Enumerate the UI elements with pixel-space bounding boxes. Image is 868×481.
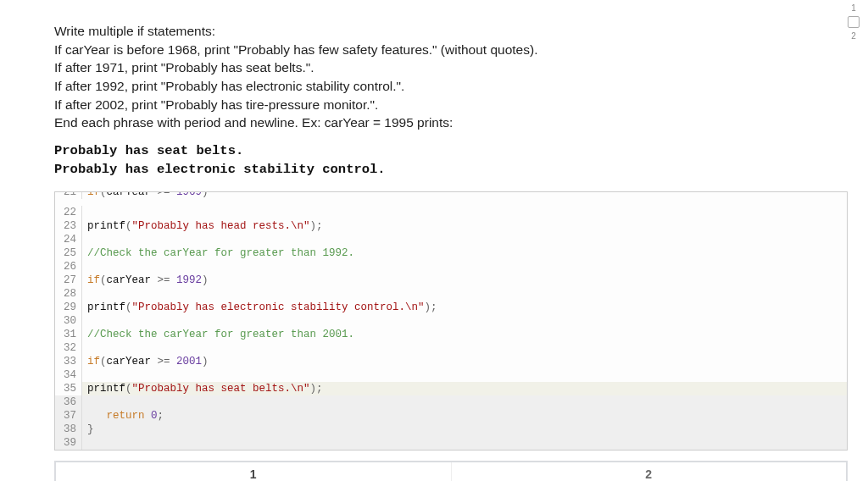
rail-index-2: 2 [846, 31, 861, 41]
line-content[interactable]: printf("Probably has electronic stabilit… [82, 301, 437, 314]
line-number: 37 [55, 409, 82, 423]
rail-index-1: 1 [846, 3, 861, 13]
code-line[interactable]: 36 [55, 395, 847, 409]
line-content[interactable]: printf("Probably has head rests.\n"); [82, 219, 323, 233]
line-number: 36 [55, 395, 82, 409]
line-content[interactable]: if(carYear >= 2001) [82, 355, 209, 368]
line-content[interactable]: if(carYear >= 1992) [82, 274, 209, 287]
code-line[interactable]: 25 //Check the carYear for greater than … [55, 246, 847, 260]
line-number: 21 [55, 192, 82, 199]
code-line[interactable]: 26 [55, 260, 847, 274]
instruction-line: End each phrase with period and newline.… [54, 113, 841, 132]
code-line[interactable]: 31 //Check the carYear for greater than … [55, 328, 847, 341]
line-number: 28 [55, 287, 82, 301]
expected-output-line: Probably has seat belts. [54, 142, 848, 161]
code-line[interactable]: 29 printf("Probably has electronic stabi… [55, 301, 847, 314]
line-number: 24 [55, 233, 82, 246]
code-line[interactable]: 22 [55, 206, 847, 219]
line-content[interactable]: printf("Probably has seat belts.\n"); [82, 382, 847, 395]
code-line[interactable]: 35 printf("Probably has seat belts.\n"); [55, 382, 847, 395]
code-line[interactable]: 37 return 0; [55, 409, 847, 423]
tab-1[interactable]: 1 [56, 462, 452, 482]
instruction-line: If after 1992, print "Probably has elect… [54, 77, 841, 96]
code-line[interactable]: 21 if(carYear >= 1969) [55, 192, 847, 206]
line-content[interactable]: if(carYear >= 1969) [82, 192, 209, 199]
code-line[interactable]: 28 [55, 287, 847, 301]
code-line[interactable]: 34 [55, 368, 847, 382]
code-line[interactable]: 33 if(carYear >= 2001) [55, 355, 847, 368]
line-number: 31 [55, 328, 82, 341]
line-number: 34 [55, 368, 82, 382]
expected-output-line: Probably has electronic stability contro… [54, 161, 848, 180]
problem-statement: Write multiple if statements: If carYear… [54, 22, 841, 132]
instruction-lead: Write multiple if statements: [54, 22, 841, 41]
right-rail: 1 2 [846, 3, 861, 41]
code-editor[interactable]: 21 if(carYear >= 1969) 22 23 printf("Pro… [54, 191, 848, 451]
instruction-line: If after 1971, print "Probably has seat … [54, 58, 841, 77]
line-number: 25 [55, 246, 82, 260]
line-number: 23 [55, 219, 82, 233]
line-number: 33 [55, 355, 82, 368]
instruction-line: If carYear is before 1968, print "Probab… [54, 41, 841, 59]
line-number: 27 [55, 274, 82, 287]
code-line[interactable]: 24 [55, 233, 847, 246]
expected-output: Probably has seat belts. Probably has el… [54, 142, 848, 179]
code-line[interactable]: 38 } [55, 423, 847, 436]
line-number: 35 [55, 382, 82, 395]
line-number: 39 [55, 436, 82, 450]
line-number: 26 [55, 260, 82, 274]
line-content[interactable]: } [82, 423, 94, 436]
tab-2[interactable]: 2 [452, 462, 847, 482]
line-number: 29 [55, 301, 82, 314]
code-line[interactable]: 32 [55, 341, 847, 355]
line-number: 22 [55, 206, 82, 219]
code-line[interactable]: 39 [55, 436, 847, 450]
line-content[interactable]: //Check the carYear for greater than 199… [82, 246, 354, 260]
pagination-tabs: 1 2 [54, 461, 848, 482]
line-content[interactable]: //Check the carYear for greater than 200… [82, 328, 354, 341]
rail-checkbox[interactable] [848, 16, 860, 28]
main-content: Reset Write multiple if statements: If c… [0, 0, 868, 481]
code-line[interactable]: 30 [55, 314, 847, 328]
line-number: 30 [55, 314, 82, 328]
line-number: 38 [55, 423, 82, 436]
line-number: 32 [55, 341, 82, 355]
instruction-line: If after 2002, print "Probably has tire-… [54, 96, 841, 114]
code-line[interactable]: 23 printf("Probably has head rests.\n"); [55, 219, 847, 233]
code-line[interactable]: 27 if(carYear >= 1992) [55, 274, 847, 287]
line-content[interactable]: return 0; [82, 409, 164, 423]
